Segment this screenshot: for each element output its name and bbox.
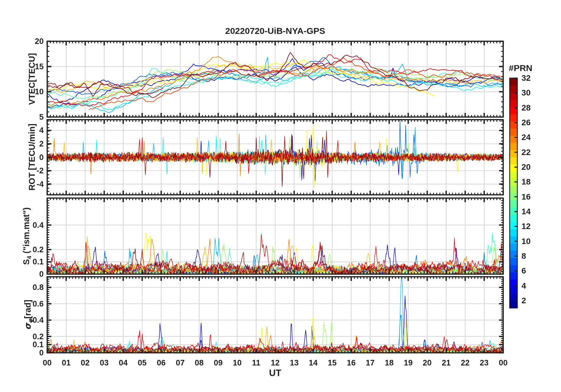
y-tick-label-vtec: 10 [17,87,44,96]
x-tick-label: 07 [170,358,191,368]
x-tick-label: 19 [398,358,419,368]
colorbar-tick-label: 16 [521,192,531,202]
colorbar-title: #PRN [501,63,540,73]
colorbar-tick-label: 6 [521,266,526,276]
x-tick-label: 18 [379,358,400,368]
x-axis-label: UT [47,368,503,378]
x-tick-label: 09 [208,358,229,368]
x-tick-label: 00 [493,358,514,368]
colorbar-tick-label: 10 [521,237,531,246]
plot-canvas [0,0,561,392]
colorbar-tick-label: 30 [521,88,531,98]
y-tick-label-sigma_phi: 0.6 [17,299,44,308]
y-tick-label-vtec: 5 [17,113,44,122]
x-tick-label: 04 [113,358,134,368]
y-tick-label-rot: 2 [17,139,44,148]
y-tick-label-vtec: 15 [17,62,44,71]
y-tick-label-s4: 0 [17,270,44,279]
x-tick-label: 23 [474,358,495,368]
y-tick-label-s4: 0.1 [17,257,44,266]
x-tick-label: 22 [455,358,475,368]
x-tick-label: 20 [417,358,437,368]
colorbar-tick-label: 32 [521,73,531,83]
y-tick-label-rot: -2 [17,166,44,175]
y-axis-label-vtec-text: VTEC[TECU] [27,53,37,105]
x-tick-label: 03 [94,358,114,368]
figure-20220720-uib-nya-gps: 20220720-UiB-NYA-GPS VTEC[TECU] ROT [TEC… [0,0,561,392]
x-tick-label: 14 [303,358,324,368]
y-tick-label-sigma_phi: 0.4 [17,316,44,325]
x-tick-label: 08 [189,358,209,368]
colorbar-tick-label: 24 [521,133,531,142]
x-tick-label: 11 [246,358,267,368]
colorbar-tick-label: 12 [521,222,531,231]
x-tick-label: 01 [56,358,76,368]
y-tick-label-rot: -4 [17,179,44,189]
colorbar-tick-label: 2 [521,296,526,305]
y-tick-label-sigma_phi: 0.8 [17,283,44,292]
y-tick-label-s4: 0.2 [17,245,44,254]
y-tick-label-rot: 0 [17,153,44,162]
colorbar-tick-label: 28 [521,103,531,113]
colorbar-tick-label: 18 [521,177,531,187]
x-tick-label: 15 [322,358,342,368]
x-tick-label: 02 [75,358,96,368]
y-axis-label-s4: S4 ("ism.mat") [22,207,33,265]
y-tick-label-sigma_phi: 0.1 [17,340,44,349]
y-tick-label-sigma_phi: 0.2 [17,332,44,341]
colorbar-tick-label: 26 [521,118,531,127]
x-tick-label: 12 [265,358,286,368]
colorbar-tick-label: 20 [521,162,531,172]
x-tick-label: 10 [227,358,247,368]
colorbar-tick-label: 14 [521,207,531,216]
x-tick-label: 06 [151,358,172,368]
x-tick-label: 17 [360,358,380,368]
colorbar-tick-label: 4 [521,281,526,291]
x-tick-label: 16 [341,358,362,368]
x-tick-label: 21 [436,358,457,368]
colorbar-tick-label: 22 [521,148,531,157]
chart-title: 20220720-UiB-NYA-GPS [47,26,503,36]
colorbar-tick-label: 8 [521,251,526,261]
x-tick-label: 13 [284,358,304,368]
x-tick-label: 05 [132,358,152,368]
y-tick-label-s4: 0.4 [17,220,44,230]
y-tick-label-sigma_phi: 0 [17,348,44,358]
x-tick-label: 00 [37,358,58,368]
y-tick-label-rot: 4 [17,126,44,135]
y-tick-label-vtec: 20 [17,37,44,46]
y-axis-label-vtec: VTEC[TECU] [27,53,37,105]
